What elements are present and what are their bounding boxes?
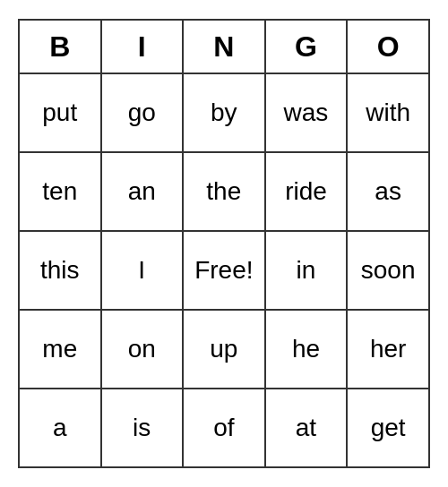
bingo-cell-3-1: on: [101, 310, 183, 389]
bingo-cell-4-3: at: [265, 389, 348, 467]
bingo-cell-1-3: ride: [265, 152, 348, 231]
header-o: O: [347, 20, 429, 73]
bingo-cell-4-2: of: [183, 389, 265, 467]
bingo-cell-4-4: get: [347, 389, 429, 467]
header-n: N: [183, 20, 265, 73]
bingo-cell-0-4: with: [347, 73, 429, 152]
bingo-cell-1-4: as: [347, 152, 429, 231]
bingo-cell-2-0: this: [19, 231, 101, 310]
bingo-cell-0-1: go: [101, 73, 183, 152]
bingo-card: BINGO putgobywaswithtenantherideasthisIF…: [18, 19, 430, 468]
header-g: G: [265, 20, 348, 73]
bingo-cell-3-4: her: [347, 310, 429, 389]
bingo-cell-2-2: Free!: [183, 231, 265, 310]
bingo-row-1: tenantherideas: [19, 152, 429, 231]
bingo-cell-1-2: the: [183, 152, 265, 231]
header-b: B: [19, 20, 101, 73]
bingo-row-2: thisIFree!insoon: [19, 231, 429, 310]
bingo-cell-0-0: put: [19, 73, 101, 152]
header-i: I: [101, 20, 183, 73]
bingo-cell-3-2: up: [183, 310, 265, 389]
bingo-cell-3-0: me: [19, 310, 101, 389]
bingo-cell-0-3: was: [265, 73, 348, 152]
bingo-cell-1-1: an: [101, 152, 183, 231]
bingo-cell-3-3: he: [265, 310, 348, 389]
bingo-cell-4-0: a: [19, 389, 101, 467]
bingo-cell-2-1: I: [101, 231, 183, 310]
bingo-cell-1-0: ten: [19, 152, 101, 231]
bingo-cell-0-2: by: [183, 73, 265, 152]
bingo-row-4: aisofatget: [19, 389, 429, 467]
bingo-cell-2-3: in: [265, 231, 348, 310]
bingo-cell-4-1: is: [101, 389, 183, 467]
bingo-cell-2-4: soon: [347, 231, 429, 310]
bingo-header-row: BINGO: [19, 20, 429, 73]
bingo-row-0: putgobywaswith: [19, 73, 429, 152]
bingo-row-3: meonupheher: [19, 310, 429, 389]
